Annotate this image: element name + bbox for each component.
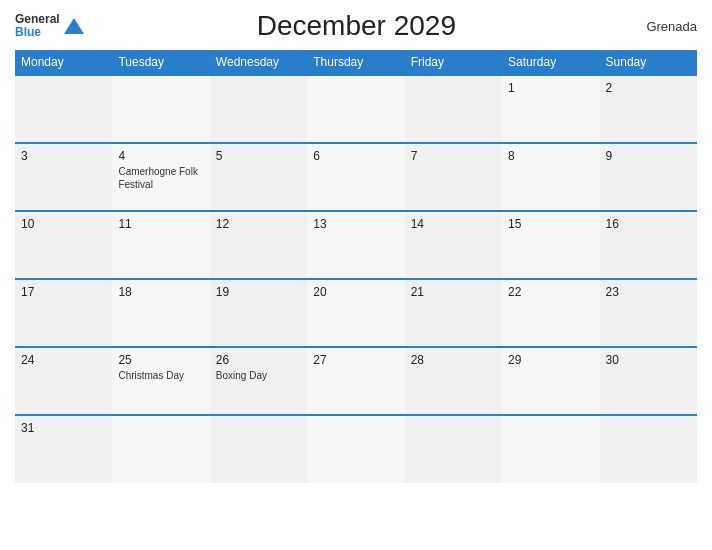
day-number: 11 xyxy=(118,217,203,231)
calendar-cell: 13 xyxy=(307,211,404,279)
calendar-cell: 18 xyxy=(112,279,209,347)
logo: General Blue xyxy=(15,13,86,39)
calendar-cell: 16 xyxy=(600,211,697,279)
day-number: 27 xyxy=(313,353,398,367)
calendar-cell xyxy=(210,415,307,483)
calendar-cell: 17 xyxy=(15,279,112,347)
day-number: 13 xyxy=(313,217,398,231)
calendar-cell: 6 xyxy=(307,143,404,211)
calendar-cell: 26Boxing Day xyxy=(210,347,307,415)
calendar-cell xyxy=(405,415,502,483)
calendar-cell xyxy=(600,415,697,483)
day-number: 12 xyxy=(216,217,301,231)
day-number: 30 xyxy=(606,353,691,367)
day-number: 15 xyxy=(508,217,593,231)
calendar-cell: 19 xyxy=(210,279,307,347)
calendar-container: General Blue December 2029 Grenada Monda… xyxy=(0,0,712,550)
day-number: 29 xyxy=(508,353,593,367)
calendar-cell: 11 xyxy=(112,211,209,279)
calendar-cell: 7 xyxy=(405,143,502,211)
day-number: 10 xyxy=(21,217,106,231)
calendar-week-row: 34Camerhogne Folk Festival56789 xyxy=(15,143,697,211)
calendar-cell: 20 xyxy=(307,279,404,347)
day-number: 2 xyxy=(606,81,691,95)
day-number: 26 xyxy=(216,353,301,367)
day-number: 18 xyxy=(118,285,203,299)
header-monday: Monday xyxy=(15,50,112,75)
day-number: 4 xyxy=(118,149,203,163)
calendar-week-row: 10111213141516 xyxy=(15,211,697,279)
day-number: 19 xyxy=(216,285,301,299)
calendar-cell xyxy=(112,415,209,483)
day-number: 8 xyxy=(508,149,593,163)
calendar-cell xyxy=(15,75,112,143)
calendar-cell: 29 xyxy=(502,347,599,415)
calendar-cell: 2 xyxy=(600,75,697,143)
day-number: 3 xyxy=(21,149,106,163)
day-number: 9 xyxy=(606,149,691,163)
header-tuesday: Tuesday xyxy=(112,50,209,75)
day-number: 5 xyxy=(216,149,301,163)
calendar-week-row: 31 xyxy=(15,415,697,483)
day-number: 21 xyxy=(411,285,496,299)
calendar-cell xyxy=(307,75,404,143)
calendar-cell xyxy=(210,75,307,143)
calendar-cell: 30 xyxy=(600,347,697,415)
calendar-cell: 27 xyxy=(307,347,404,415)
day-number: 25 xyxy=(118,353,203,367)
day-number: 31 xyxy=(21,421,106,435)
calendar-cell: 28 xyxy=(405,347,502,415)
header-friday: Friday xyxy=(405,50,502,75)
day-number: 28 xyxy=(411,353,496,367)
calendar-cell: 5 xyxy=(210,143,307,211)
calendar-cell: 21 xyxy=(405,279,502,347)
day-number: 22 xyxy=(508,285,593,299)
day-number: 23 xyxy=(606,285,691,299)
calendar-week-row: 12 xyxy=(15,75,697,143)
event-label: Christmas Day xyxy=(118,369,203,382)
header-sunday: Sunday xyxy=(600,50,697,75)
calendar-cell xyxy=(405,75,502,143)
calendar-cell: 31 xyxy=(15,415,112,483)
day-number: 14 xyxy=(411,217,496,231)
calendar-header: General Blue December 2029 Grenada xyxy=(15,10,697,42)
logo-icon xyxy=(62,16,86,36)
day-number: 24 xyxy=(21,353,106,367)
calendar-cell: 24 xyxy=(15,347,112,415)
header-saturday: Saturday xyxy=(502,50,599,75)
day-number: 6 xyxy=(313,149,398,163)
calendar-week-row: 17181920212223 xyxy=(15,279,697,347)
calendar-cell xyxy=(502,415,599,483)
calendar-cell: 8 xyxy=(502,143,599,211)
event-label: Camerhogne Folk Festival xyxy=(118,165,203,191)
calendar-cell: 22 xyxy=(502,279,599,347)
calendar-cell: 14 xyxy=(405,211,502,279)
calendar-week-row: 2425Christmas Day26Boxing Day27282930 xyxy=(15,347,697,415)
calendar-cell: 10 xyxy=(15,211,112,279)
calendar-cell: 12 xyxy=(210,211,307,279)
calendar-cell xyxy=(112,75,209,143)
event-label: Boxing Day xyxy=(216,369,301,382)
calendar-cell: 1 xyxy=(502,75,599,143)
calendar-cell: 23 xyxy=(600,279,697,347)
day-number: 20 xyxy=(313,285,398,299)
day-number: 17 xyxy=(21,285,106,299)
day-number: 7 xyxy=(411,149,496,163)
day-number: 1 xyxy=(508,81,593,95)
country-label: Grenada xyxy=(627,19,697,34)
calendar-cell: 4Camerhogne Folk Festival xyxy=(112,143,209,211)
svg-marker-0 xyxy=(64,18,84,34)
calendar-cell: 9 xyxy=(600,143,697,211)
calendar-cell xyxy=(307,415,404,483)
calendar-table: Monday Tuesday Wednesday Thursday Friday… xyxy=(15,50,697,483)
header-thursday: Thursday xyxy=(307,50,404,75)
month-title: December 2029 xyxy=(86,10,627,42)
calendar-cell: 3 xyxy=(15,143,112,211)
calendar-cell: 15 xyxy=(502,211,599,279)
day-number: 16 xyxy=(606,217,691,231)
calendar-cell: 25Christmas Day xyxy=(112,347,209,415)
header-wednesday: Wednesday xyxy=(210,50,307,75)
weekday-header-row: Monday Tuesday Wednesday Thursday Friday… xyxy=(15,50,697,75)
logo-blue-text: Blue xyxy=(15,26,60,39)
